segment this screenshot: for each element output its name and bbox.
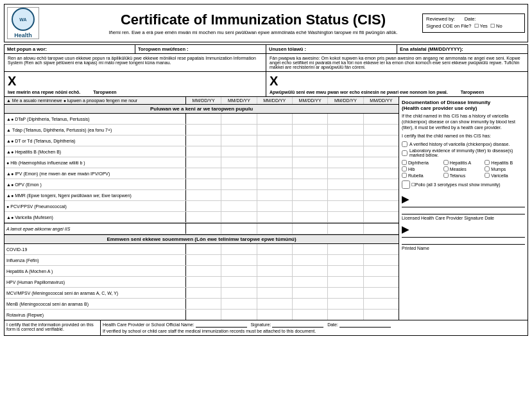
- ipv-date-3[interactable]: [257, 168, 293, 179]
- cb-measles[interactable]: [443, 166, 449, 171]
- hepb-date-3[interactable]: [257, 146, 293, 157]
- hepa-date-3[interactable]: [257, 266, 293, 276]
- flu-date-3[interactable]: [257, 255, 293, 265]
- hepb-date-5[interactable]: [328, 146, 363, 157]
- hib-date-3[interactable]: [257, 157, 293, 168]
- menb-date-4[interactable]: [293, 299, 328, 309]
- hepa-date-2[interactable]: [221, 266, 257, 276]
- hib-date-1[interactable]: [186, 157, 221, 168]
- pcv-date-2[interactable]: [221, 201, 257, 211]
- dt-date-2[interactable]: [221, 136, 257, 146]
- iis-date-5[interactable]: [328, 223, 363, 234]
- mmr-date-5[interactable]: [328, 190, 363, 200]
- rota-date-2[interactable]: [221, 310, 257, 320]
- varicella-date-2[interactable]: [221, 212, 257, 222]
- disease-tetanus[interactable]: Tetanus: [443, 173, 484, 178]
- covid-date-2[interactable]: [221, 244, 257, 254]
- dtap-date-5[interactable]: [328, 114, 363, 124]
- cb-polio[interactable]: [402, 180, 410, 189]
- menb-date-1[interactable]: [186, 299, 221, 309]
- signature-field[interactable]: [272, 322, 323, 328]
- flu-date-5[interactable]: [328, 255, 363, 265]
- ipv-date-6[interactable]: [364, 168, 399, 179]
- rota-date-6[interactable]: [364, 310, 399, 320]
- hepa-date-4[interactable]: [293, 266, 328, 276]
- opv-date-1[interactable]: [186, 179, 221, 189]
- tdap-date-2[interactable]: [221, 125, 257, 135]
- menb-date-3[interactable]: [257, 299, 293, 309]
- date-field[interactable]: [339, 322, 391, 328]
- disease-mumps[interactable]: Mumps: [485, 166, 525, 171]
- checkbox-lab-evidence-input[interactable]: [402, 150, 408, 156]
- pcv-date-4[interactable]: [293, 201, 328, 211]
- dt-date-4[interactable]: [293, 136, 328, 146]
- pcv-date-6[interactable]: [364, 201, 399, 211]
- covid-date-4[interactable]: [293, 244, 328, 254]
- hpv-date-5[interactable]: [328, 277, 363, 287]
- hepb-date-2[interactable]: [221, 146, 257, 157]
- checkbox-varicella-history[interactable]: A verified history of varicella (chicken…: [402, 141, 525, 147]
- hepa-date-5[interactable]: [328, 266, 363, 276]
- hepb-date-4[interactable]: [293, 146, 328, 157]
- disease-hepa[interactable]: Hepatitis A: [443, 160, 484, 165]
- dtap-date-1[interactable]: [186, 114, 221, 124]
- menb-date-5[interactable]: [328, 299, 363, 309]
- mcv-date-1[interactable]: [186, 288, 221, 298]
- hpv-date-6[interactable]: [364, 277, 399, 287]
- varicella-date-4[interactable]: [293, 212, 328, 222]
- cb-rubella[interactable]: [402, 173, 407, 178]
- rota-date-4[interactable]: [293, 310, 328, 320]
- dt-date-3[interactable]: [257, 136, 293, 146]
- disease-diphtheria[interactable]: Diphtheria: [402, 160, 442, 165]
- dt-date-6[interactable]: [364, 136, 399, 146]
- disease-rubella[interactable]: Rubella: [402, 173, 442, 178]
- tdap-date-4[interactable]: [293, 125, 328, 135]
- dt-date-1[interactable]: [186, 136, 221, 146]
- tdap-date-3[interactable]: [257, 125, 293, 135]
- dtap-date-2[interactable]: [221, 114, 257, 124]
- mcv-date-3[interactable]: [257, 288, 293, 298]
- cb-mumps[interactable]: [485, 166, 490, 171]
- hpv-date-1[interactable]: [186, 277, 221, 287]
- mmr-date-6[interactable]: [364, 190, 399, 200]
- checkbox-lab-evidence[interactable]: Laboratory evidence of immunity (titer) …: [402, 148, 525, 157]
- covid-date-1[interactable]: [186, 244, 221, 254]
- mmr-date-4[interactable]: [293, 190, 328, 200]
- ipv-date-1[interactable]: [186, 168, 221, 179]
- iis-date-2[interactable]: [221, 223, 257, 234]
- flu-date-2[interactable]: [221, 255, 257, 265]
- varicella-date-1[interactable]: [186, 212, 221, 222]
- mcv-date-5[interactable]: [328, 288, 363, 298]
- iis-date-1[interactable]: [186, 223, 221, 234]
- cb-hepb[interactable]: [485, 160, 490, 165]
- mmr-date-1[interactable]: [186, 190, 221, 200]
- mcv-date-4[interactable]: [293, 288, 328, 298]
- tdap-date-6[interactable]: [364, 125, 399, 135]
- opv-date-5[interactable]: [328, 179, 363, 189]
- pcv-date-3[interactable]: [257, 201, 293, 211]
- opv-date-2[interactable]: [221, 179, 257, 189]
- rota-date-3[interactable]: [257, 310, 293, 320]
- flu-date-1[interactable]: [186, 255, 221, 265]
- hib-date-2[interactable]: [221, 157, 257, 168]
- iis-date-4[interactable]: [293, 223, 328, 234]
- checkbox-varicella-history-input[interactable]: [402, 141, 408, 147]
- hib-date-4[interactable]: [293, 157, 328, 168]
- hepa-date-1[interactable]: [186, 266, 221, 276]
- hepb-date-1[interactable]: [186, 146, 221, 157]
- flu-date-6[interactable]: [364, 255, 399, 265]
- opv-date-4[interactable]: [293, 179, 328, 189]
- disease-varicella[interactable]: Varicella: [485, 173, 525, 178]
- dtap-date-6[interactable]: [364, 114, 399, 124]
- pcv-date-5[interactable]: [328, 201, 363, 211]
- polio-row[interactable]: ☐Polio (all 3 serotypes must show immuni…: [402, 180, 525, 189]
- varicella-date-3[interactable]: [257, 212, 293, 222]
- dtap-date-4[interactable]: [293, 114, 328, 124]
- disease-hib[interactable]: Hib: [402, 166, 442, 171]
- dtap-date-3[interactable]: [257, 114, 293, 124]
- rota-date-1[interactable]: [186, 310, 221, 320]
- mmr-date-3[interactable]: [257, 190, 293, 200]
- pcv-date-1[interactable]: [186, 201, 221, 211]
- cb-varicella[interactable]: [485, 173, 490, 178]
- rota-date-5[interactable]: [328, 310, 363, 320]
